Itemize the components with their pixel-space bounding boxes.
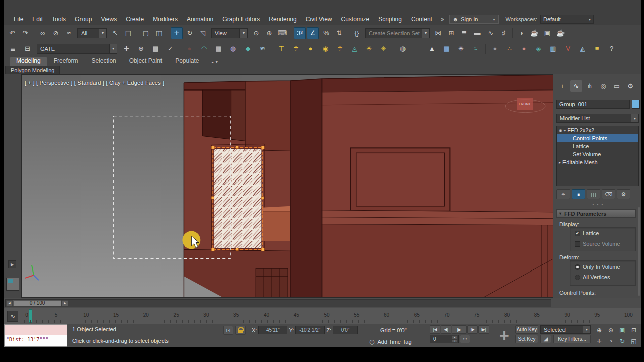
select-by-name-icon[interactable]: ▤ xyxy=(122,27,134,39)
use-pivot-center-icon[interactable]: ⊙ xyxy=(250,27,262,39)
radio-selected-icon[interactable] xyxy=(575,264,580,270)
named-selection-sets-icon[interactable]: {} xyxy=(351,27,363,39)
ribbon-toggle-icon[interactable]: ▬ xyxy=(471,27,484,39)
menu-item[interactable]: Civil View xyxy=(301,16,337,23)
scene-explorer-expand-arrow[interactable]: ▶ xyxy=(8,260,16,268)
frame-spinner[interactable]: ▲ ▼ xyxy=(452,335,458,343)
y-coordinate-field[interactable]: -10'2 1/2" xyxy=(295,326,325,334)
chevron-down-icon[interactable]: ▾ xyxy=(239,29,247,38)
next-frame-button[interactable]: |▶ xyxy=(467,325,478,334)
show-end-result-icon[interactable]: ∎ xyxy=(572,189,585,199)
hierarchy-tab-icon[interactable]: ⋔ xyxy=(584,80,596,92)
chevron-down-icon[interactable]: ▾ xyxy=(631,114,638,122)
lattice-checkbox[interactable]: ✔ Lattice xyxy=(575,230,599,236)
polygon-modeling-panel-tab[interactable]: Polygon Modeling xyxy=(5,66,60,74)
select-and-link-icon[interactable]: ∞ xyxy=(37,27,49,39)
curve-editor-icon[interactable]: ∿ xyxy=(485,27,497,39)
gem-tool-icon[interactable]: ◈ xyxy=(532,43,545,54)
menu-item[interactable]: Scripting xyxy=(374,16,407,23)
go-to-start-button[interactable]: |◀ xyxy=(430,325,440,334)
help-icon[interactable]: ? xyxy=(605,43,618,54)
menu-item[interactable]: Graph Editors xyxy=(218,16,264,23)
scene-explorer-icon[interactable]: ≣ xyxy=(6,43,20,54)
modify-tab-icon[interactable]: ∿ xyxy=(570,80,582,92)
previous-frame-button[interactable]: ◀| xyxy=(441,325,451,334)
zoom-icon[interactable]: ⊕ xyxy=(594,325,605,335)
keying-gizmo-icon[interactable]: + xyxy=(495,325,513,346)
track-bar[interactable]: ∿ 05101520253035404550556065707580859095… xyxy=(4,308,641,324)
menu-item[interactable]: Modifiers xyxy=(148,16,182,23)
selected-leaf-panel-object[interactable] xyxy=(211,146,264,251)
create-tab-icon[interactable]: + xyxy=(556,80,569,92)
time-slider-handle[interactable]: ◄ 0 / 100 ► xyxy=(6,300,68,306)
add-time-tag[interactable]: ◷ Add Time Tag xyxy=(369,338,412,345)
chevron-down-icon[interactable]: ▾ xyxy=(109,44,117,53)
select-object-icon[interactable]: ↖ xyxy=(109,27,121,39)
render-elements-icon[interactable]: ◭ xyxy=(576,43,589,54)
menu-item[interactable]: Animation xyxy=(182,16,218,23)
gray-sphere-icon[interactable]: ● xyxy=(488,43,502,54)
burst-light-icon[interactable]: ✳ xyxy=(377,43,390,54)
capsule-tool-icon[interactable]: ◍ xyxy=(226,43,240,54)
modifier-stack-row[interactable]: Set Volume xyxy=(557,150,638,158)
sign-in-dropdown[interactable]: ☻ Sign In ▾ xyxy=(449,15,499,24)
modifier-stack-row[interactable]: ◉ ▾ FFD 2x2x2 xyxy=(557,126,638,134)
droplet-tool-icon[interactable]: ◆ xyxy=(241,43,255,54)
zoom-extents-icon[interactable]: ▣ xyxy=(617,325,628,335)
zoom-all-icon[interactable]: ⊛ xyxy=(605,325,616,335)
field-of-view-icon[interactable]: ◔ xyxy=(605,336,616,346)
select-and-manipulate-icon[interactable]: ⊕ xyxy=(263,27,275,39)
sphere-tool-icon[interactable]: ● xyxy=(183,43,196,54)
ribbon-tab[interactable]: Object Paint xyxy=(123,57,168,66)
dome-light-icon[interactable]: ◉ xyxy=(318,43,332,54)
sphere-light-icon[interactable]: ● xyxy=(304,43,317,54)
remove-modifier-icon[interactable]: ⌫ xyxy=(602,189,615,199)
select-and-rotate-icon[interactable]: ↻ xyxy=(184,27,196,39)
key-filters-button[interactable]: Key Filters... xyxy=(553,335,591,343)
only-in-volume-radio[interactable]: Only In Volume xyxy=(575,264,620,270)
schematic-view-icon[interactable]: ♯ xyxy=(498,27,510,39)
snowflake-icon[interactable]: ✳ xyxy=(454,43,468,54)
selection-lock-toggle[interactable] xyxy=(235,326,246,335)
time-slider-value[interactable]: 0 / 100 xyxy=(13,300,61,306)
menu-item[interactable]: Edit xyxy=(28,16,47,23)
x-coordinate-field[interactable]: 45'11" xyxy=(258,326,287,334)
key-mode-toggle[interactable]: ⊶ xyxy=(460,335,470,343)
wire-sphere-icon[interactable]: ◍ xyxy=(396,43,410,54)
menu-item[interactable]: Tools xyxy=(47,16,70,23)
absolute-mode-toggle-icon[interactable]: ⊡ xyxy=(223,326,233,335)
menu-overflow-chevron[interactable]: » xyxy=(437,16,448,23)
menu-item[interactable]: Create xyxy=(121,16,148,23)
maxscript-mini-listener[interactable]: "Dist: 13'7""" xyxy=(4,324,67,347)
wave-icon[interactable]: ≈ xyxy=(469,43,482,54)
viewport-layout-tab[interactable] xyxy=(6,278,19,291)
layer-manager-icon[interactable]: ⊟ xyxy=(21,43,34,54)
utilities-tab-icon[interactable]: ⚙ xyxy=(624,80,636,92)
create-layer-icon[interactable]: ✚ xyxy=(120,43,133,54)
set-key-button[interactable]: Set Key xyxy=(515,335,538,343)
motion-tab-icon[interactable]: ◎ xyxy=(597,80,609,92)
menu-item[interactable]: File xyxy=(9,16,28,23)
modifier-list-dropdown[interactable]: Modifier List ▾ xyxy=(556,114,639,123)
listener-output[interactable]: "Dist: 13'7""" xyxy=(5,335,67,344)
array-icon[interactable]: ▦ xyxy=(440,43,453,54)
sun-light-icon[interactable]: ☀ xyxy=(362,43,376,54)
pan-icon[interactable]: ✛ xyxy=(594,336,605,346)
menu-item[interactable]: Content xyxy=(407,16,437,23)
rollout-grip[interactable]: • • • xyxy=(555,202,641,206)
viewport-canvas[interactable]: FRONT xyxy=(22,75,553,297)
select-and-move-icon[interactable]: ✛ xyxy=(171,27,183,39)
menu-item[interactable]: Customize xyxy=(337,16,374,23)
layer-list-combo[interactable]: GATE ▾ xyxy=(37,44,117,54)
reference-coordinate-combo[interactable]: View ▾ xyxy=(211,28,248,38)
chart-icon[interactable]: ▥ xyxy=(546,43,560,54)
rendered-frame-icon[interactable]: ▣ xyxy=(541,27,553,39)
frame-ruler[interactable]: 0510152025303540455055606570758085909510… xyxy=(24,309,633,323)
bind-to-space-warp-icon[interactable]: ≈ xyxy=(63,27,75,39)
next-frame-arrow[interactable]: ► xyxy=(62,300,68,306)
slate-editor-icon[interactable]: ▦ xyxy=(212,43,225,54)
viewcube-front-label[interactable]: FRONT xyxy=(519,102,531,106)
ribbon-tab[interactable]: Populate xyxy=(169,57,205,66)
command-panel-scrollbar[interactable] xyxy=(638,207,640,296)
spinner-up-icon[interactable]: ▲ xyxy=(452,335,458,339)
